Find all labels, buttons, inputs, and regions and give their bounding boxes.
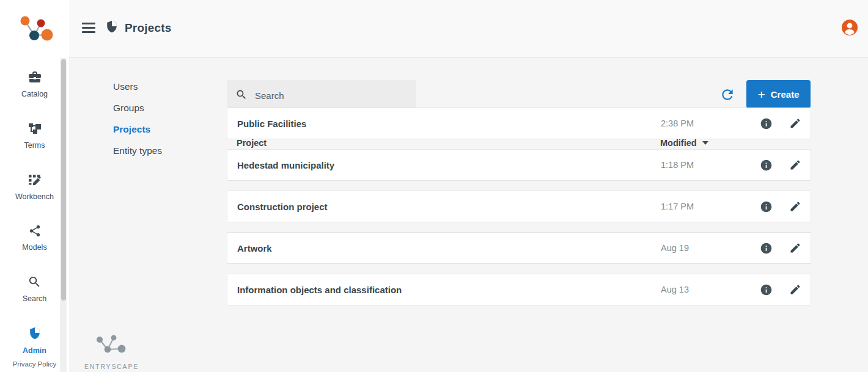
info-icon xyxy=(760,117,773,130)
modified-value: 1:18 PM xyxy=(661,160,759,170)
edit-button[interactable] xyxy=(788,282,802,297)
app-logo[interactable] xyxy=(0,0,69,58)
brand-wordmark: ENTRYSCAPE xyxy=(84,363,136,370)
sidebar-item-catalog[interactable]: Catalog xyxy=(0,58,69,109)
info-button[interactable] xyxy=(759,158,773,172)
share-icon xyxy=(28,224,42,238)
edit-button[interactable] xyxy=(788,199,802,214)
entryscape-logo-icon xyxy=(91,334,129,358)
info-icon xyxy=(760,159,773,172)
edit-button[interactable] xyxy=(788,158,802,172)
info-icon xyxy=(760,283,773,296)
info-icon xyxy=(760,242,773,255)
subnav-item-groups[interactable]: Groups xyxy=(113,101,162,115)
refresh-button[interactable] xyxy=(719,87,735,103)
project-name: Hedestad municipality xyxy=(237,160,661,170)
sidebar-item-label: Search xyxy=(23,294,47,303)
menu-icon[interactable] xyxy=(82,23,95,33)
pencil-icon xyxy=(789,159,801,171)
info-icon xyxy=(760,200,773,213)
page-title: Projects xyxy=(125,21,172,35)
subnav-item-entity-types[interactable]: Entity types xyxy=(113,144,162,158)
subnav-item-users[interactable]: Users xyxy=(113,79,162,93)
search-icon xyxy=(235,89,248,101)
sitemap-icon xyxy=(28,121,42,136)
pencil-icon xyxy=(789,242,801,254)
sidebar-item-workbench[interactable]: Workbench xyxy=(0,161,69,212)
admin-subnav: Users Groups Projects Entity types xyxy=(113,79,162,158)
plus-icon: + xyxy=(758,88,765,101)
info-button[interactable] xyxy=(759,116,773,131)
projects-list: Public Facilities 2:38 PM Hedestad munic… xyxy=(227,108,811,315)
pencil-icon xyxy=(789,200,801,213)
modified-value: Aug 19 xyxy=(661,243,759,253)
modified-value: 2:38 PM xyxy=(661,119,759,128)
sidebar-item-label: Workbench xyxy=(15,192,54,201)
privacy-policy-link[interactable]: Privacy Policy xyxy=(0,360,69,368)
entryscape-brand: ENTRYSCAPE xyxy=(84,334,136,370)
project-name: Artwork xyxy=(237,243,661,253)
top-header: Projects xyxy=(0,0,868,58)
edit-button[interactable] xyxy=(788,241,802,255)
table-row[interactable]: Information objects and classification A… xyxy=(227,274,811,305)
modified-value: 1:17 PM xyxy=(661,202,759,211)
edit-button[interactable] xyxy=(788,116,802,131)
sidebar-item-label: Models xyxy=(22,243,46,252)
search-input[interactable] xyxy=(254,80,409,111)
magnifier-icon xyxy=(28,275,42,289)
shield-icon xyxy=(105,19,119,37)
sidebar-item-label: Admin xyxy=(23,346,46,355)
modified-value: Aug 13 xyxy=(661,285,759,294)
primary-sidebar: Catalog Terms Workbench Models xyxy=(0,58,69,372)
sidebar-scrollbar-thumb[interactable] xyxy=(61,59,66,301)
sidebar-item-label: Terms xyxy=(24,141,45,150)
project-name: Public Facilities xyxy=(237,119,661,129)
table-row[interactable]: Hedestad municipality 1:18 PM xyxy=(227,149,811,181)
admin-shield-icon xyxy=(28,326,42,341)
sidebar-item-terms[interactable]: Terms xyxy=(0,109,69,161)
project-name: Information objects and classification xyxy=(237,285,661,295)
subnav-item-projects[interactable]: Projects xyxy=(113,122,162,136)
project-name: Construction project xyxy=(237,202,661,212)
briefcase-icon xyxy=(28,70,42,84)
sidebar-item-models[interactable]: Models xyxy=(0,212,69,263)
info-button[interactable] xyxy=(759,199,773,214)
info-button[interactable] xyxy=(759,241,773,255)
pencil-icon xyxy=(789,117,801,129)
create-button[interactable]: + Create xyxy=(746,80,811,108)
pencil-icon xyxy=(789,283,801,296)
sidebar-item-search[interactable]: Search xyxy=(0,263,69,315)
table-row[interactable]: Public Facilities 2:38 PM xyxy=(227,108,811,139)
table-row[interactable]: Construction project 1:17 PM xyxy=(227,191,811,222)
sidebar-item-label: Catalog xyxy=(21,90,48,98)
table-row[interactable]: Artwork Aug 19 xyxy=(227,232,811,264)
grid-pencil-icon xyxy=(28,172,42,187)
user-avatar[interactable] xyxy=(841,19,858,36)
search-box xyxy=(227,80,416,109)
sidebar-scrollbar-track xyxy=(60,58,67,372)
sidebar-item-admin[interactable]: Admin xyxy=(0,315,69,366)
info-button[interactable] xyxy=(759,282,773,297)
